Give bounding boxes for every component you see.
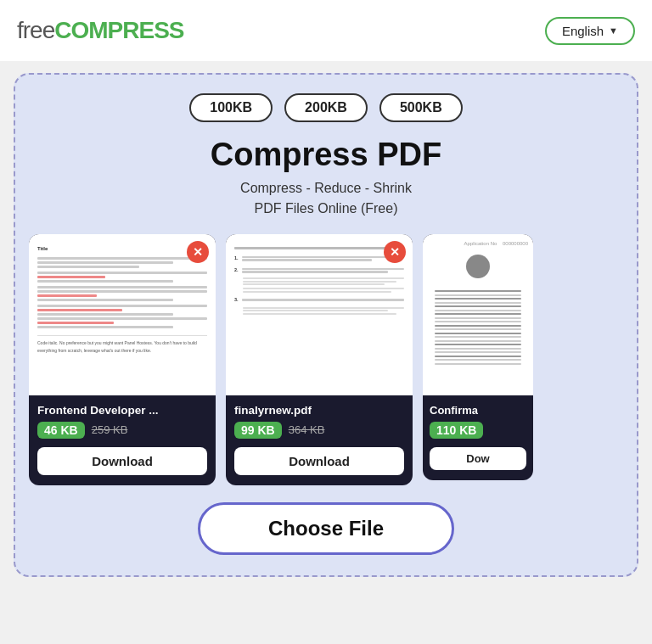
card-1-preview: ✕ Title — [29, 234, 216, 395]
card-1-info: Frontend Developer ... 46 KB 259 KB Down… — [29, 395, 216, 485]
logo: freeCOMPRESS — [17, 17, 184, 44]
card-2-download-button[interactable]: Download — [234, 447, 404, 475]
choose-file-button[interactable]: Choose File — [198, 502, 454, 555]
card-1-sizes: 46 KB 259 KB — [37, 422, 207, 439]
logo-compress-text: COMPRESS — [54, 17, 183, 43]
card-3: Application No 000000000 — [423, 234, 533, 480]
card-2: ✕ 1. 2. 3. — [226, 234, 413, 485]
language-button[interactable]: English ▼ — [545, 17, 635, 45]
card-2-filename: finalyrnew.pdf — [234, 404, 404, 417]
choose-file-section: Choose File — [29, 502, 623, 555]
card-2-sizes: 99 KB 364 KB — [234, 422, 404, 439]
pill-500kb[interactable]: 500KB — [379, 93, 463, 122]
pill-100kb[interactable]: 100KB — [189, 93, 273, 122]
card-2-info: finalyrnew.pdf 99 KB 364 KB Download — [226, 395, 413, 485]
card-1-compressed-size: 46 KB — [37, 422, 85, 439]
card-3-preview: Application No 000000000 — [423, 234, 533, 395]
dashed-container: 100KB 200KB 500KB Compress PDF Compress … — [14, 73, 638, 577]
page-title: Compress PDF — [29, 137, 623, 173]
header: freeCOMPRESS English ▼ — [0, 0, 652, 61]
card-3-filename: Confirma — [430, 404, 526, 417]
card-1-filename: Frontend Developer ... — [37, 404, 207, 417]
chevron-down-icon: ▼ — [609, 25, 618, 36]
card-3-sizes: 110 KB — [430, 422, 526, 439]
main-area: 100KB 200KB 500KB Compress PDF Compress … — [0, 61, 652, 589]
card-3-info: Confirma 110 KB Dow — [423, 395, 533, 480]
avatar — [466, 255, 490, 278]
title-section: Compress PDF Compress - Reduce - Shrink … — [29, 137, 623, 219]
card-2-original-size: 364 KB — [289, 423, 325, 436]
language-label: English — [562, 24, 604, 38]
subtitle-line2: PDF Files Online (Free) — [29, 199, 623, 219]
card-2-compressed-size: 99 KB — [234, 422, 282, 439]
card-2-close-button[interactable]: ✕ — [384, 241, 406, 263]
card-1-original-size: 259 KB — [92, 423, 128, 436]
subtitle-line1: Compress - Reduce - Shrink — [29, 178, 623, 199]
card-1-close-button[interactable]: ✕ — [187, 241, 209, 263]
cards-row: ✕ Title — [29, 234, 623, 485]
card-3-compressed-size: 110 KB — [430, 422, 483, 439]
card-1-download-button[interactable]: Download — [37, 447, 207, 475]
logo-free-text: free — [17, 17, 54, 43]
card-1: ✕ Title — [29, 234, 216, 485]
card-2-preview: ✕ 1. 2. 3. — [226, 234, 413, 395]
card-3-download-button[interactable]: Dow — [430, 447, 526, 470]
pill-200kb[interactable]: 200KB — [284, 93, 368, 122]
size-pills-row: 100KB 200KB 500KB — [29, 93, 623, 122]
